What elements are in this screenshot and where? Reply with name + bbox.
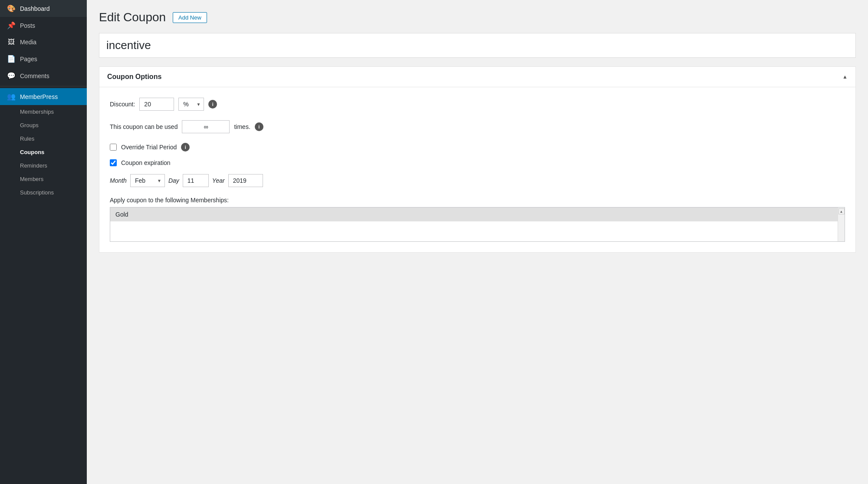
month-select-wrapper: Jan Feb Mar Apr May Jun Jul Aug Sep Oct … bbox=[130, 174, 165, 187]
sidebar-item-media[interactable]: 🖼 Media bbox=[0, 34, 87, 50]
panel-header: Coupon Options ▲ bbox=[99, 67, 855, 87]
sidebar-item-memberpress[interactable]: 👥 MemberPress bbox=[0, 88, 87, 105]
override-trial-checkbox[interactable] bbox=[110, 144, 117, 151]
times-label-before: This coupon can be used bbox=[110, 123, 178, 130]
dashboard-icon: 🎨 bbox=[7, 4, 16, 13]
discount-label: Discount: bbox=[110, 101, 135, 108]
pages-icon: 📄 bbox=[7, 55, 16, 63]
sidebar-sub-item-coupons[interactable]: Coupons bbox=[0, 145, 87, 159]
override-trial-label[interactable]: Override Trial Period bbox=[121, 144, 177, 151]
date-row: Month Jan Feb Mar Apr May Jun Jul Aug Se… bbox=[110, 174, 845, 187]
discount-type-wrapper: % $ flat bbox=[178, 98, 204, 111]
override-trial-info-icon[interactable]: i bbox=[181, 143, 190, 151]
memberpress-icon: 👥 bbox=[7, 92, 16, 101]
sidebar-sub-item-rules[interactable]: Rules bbox=[0, 132, 87, 145]
memberships-apply-label: Apply coupon to the following Membership… bbox=[110, 197, 845, 204]
year-input[interactable] bbox=[228, 174, 263, 187]
month-select[interactable]: Jan Feb Mar Apr May Jun Jul Aug Sep Oct … bbox=[130, 174, 165, 187]
add-new-button[interactable]: Add New bbox=[173, 12, 207, 23]
main-content: Edit Coupon Add New Coupon Options ▲ Dis… bbox=[87, 0, 868, 484]
coupon-expiration-checkbox[interactable] bbox=[110, 159, 117, 166]
memberships-listbox-item-gold[interactable]: Gold bbox=[110, 207, 845, 221]
comments-icon: 💬 bbox=[7, 72, 16, 80]
discount-info-icon[interactable]: i bbox=[208, 100, 217, 109]
year-label: Year bbox=[212, 177, 225, 184]
coupon-options-panel: Coupon Options ▲ Discount: % $ flat i bbox=[99, 66, 856, 253]
panel-title: Coupon Options bbox=[107, 73, 161, 81]
listbox-scrollbar: ▲ bbox=[838, 207, 845, 241]
discount-type-select[interactable]: % $ flat bbox=[178, 98, 204, 111]
sidebar-sub-item-groups[interactable]: Groups bbox=[0, 119, 87, 132]
sidebar-item-dashboard[interactable]: 🎨 Dashboard bbox=[0, 0, 87, 17]
collapse-icon[interactable]: ▲ bbox=[842, 74, 848, 80]
sidebar-sub-item-memberships[interactable]: Memberships bbox=[0, 105, 87, 119]
media-icon: 🖼 bbox=[7, 38, 16, 46]
panel-body: Discount: % $ flat i This coupon can be … bbox=[99, 87, 855, 252]
times-row: This coupon can be used times. i bbox=[110, 120, 845, 133]
sidebar-item-posts[interactable]: 📌 Posts bbox=[0, 17, 87, 34]
page-header: Edit Coupon Add New bbox=[99, 10, 856, 24]
sidebar-item-comments[interactable]: 💬 Comments bbox=[0, 67, 87, 84]
sidebar-item-pages[interactable]: 📄 Pages bbox=[0, 50, 87, 67]
listbox-scroll-up-button[interactable]: ▲ bbox=[838, 208, 845, 214]
times-value-input[interactable] bbox=[182, 120, 230, 133]
day-label: Day bbox=[168, 177, 179, 184]
coupon-name-input[interactable] bbox=[99, 33, 856, 58]
discount-row: Discount: % $ flat i bbox=[110, 98, 845, 111]
month-label: Month bbox=[110, 177, 127, 184]
page-title: Edit Coupon bbox=[99, 10, 166, 24]
posts-icon: 📌 bbox=[7, 21, 16, 30]
sidebar: 🎨 Dashboard 📌 Posts 🖼 Media 📄 Pages 💬 Co… bbox=[0, 0, 87, 484]
sidebar-sub-item-reminders[interactable]: Reminders bbox=[0, 159, 87, 172]
coupon-expiration-row: Coupon expiration bbox=[110, 159, 845, 166]
times-label-after: times. bbox=[234, 123, 250, 130]
memberpress-arrow-icon bbox=[76, 93, 80, 100]
memberships-listbox[interactable]: Gold ▲ bbox=[110, 207, 845, 242]
times-info-icon[interactable]: i bbox=[255, 122, 263, 131]
override-trial-row: Override Trial Period i bbox=[110, 143, 845, 151]
day-input[interactable] bbox=[183, 174, 209, 187]
sidebar-divider bbox=[0, 86, 87, 86]
sidebar-sub-item-members[interactable]: Members bbox=[0, 172, 87, 186]
coupon-expiration-label[interactable]: Coupon expiration bbox=[121, 159, 171, 166]
discount-value-input[interactable] bbox=[139, 98, 174, 111]
sidebar-sub-item-subscriptions[interactable]: Subscriptions bbox=[0, 186, 87, 199]
